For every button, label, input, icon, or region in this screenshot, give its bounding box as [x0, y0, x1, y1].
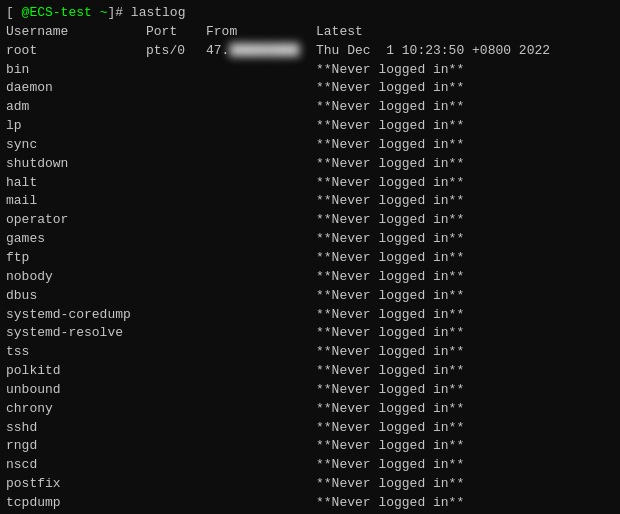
- header-latest: Latest: [316, 23, 614, 42]
- cell-username: games: [6, 230, 146, 249]
- table-row: nscd**Never logged in**: [6, 456, 614, 475]
- cell-latest: **Never logged in**: [316, 287, 614, 306]
- cell-username: bin: [6, 61, 146, 80]
- cell-port: [146, 456, 206, 475]
- cell-username: daemon: [6, 79, 146, 98]
- cell-latest: **Never logged in**: [316, 249, 614, 268]
- cell-latest: **Never logged in**: [316, 324, 614, 343]
- table-row: operator**Never logged in**: [6, 211, 614, 230]
- table-row: nobody**Never logged in**: [6, 268, 614, 287]
- cell-latest: **Never logged in**: [316, 192, 614, 211]
- cell-username: systemd-coredump: [6, 306, 146, 325]
- table-row: chrony**Never logged in**: [6, 400, 614, 419]
- cell-from: [206, 306, 316, 325]
- cell-from: [206, 117, 316, 136]
- table-row: tss**Never logged in**: [6, 343, 614, 362]
- cell-port: [146, 400, 206, 419]
- cell-port: [146, 306, 206, 325]
- cell-port: [146, 230, 206, 249]
- table-row: bin**Never logged in**: [6, 61, 614, 80]
- cell-port: [146, 174, 206, 193]
- cell-port: [146, 381, 206, 400]
- cell-latest: **Never logged in**: [316, 306, 614, 325]
- header-from: From: [206, 23, 316, 42]
- bracket-open: [: [6, 5, 14, 20]
- cell-from: 47.█████████: [206, 42, 316, 61]
- cell-latest: **Never logged in**: [316, 400, 614, 419]
- cell-username: ftp: [6, 249, 146, 268]
- cell-username: tcpdump: [6, 494, 146, 513]
- terminal-window: [ @ECS-test ~]# lastlog Username Port Fr…: [0, 0, 620, 514]
- cell-port: [146, 324, 206, 343]
- cell-username: root: [6, 42, 146, 61]
- cell-from: [206, 324, 316, 343]
- cell-from: [206, 211, 316, 230]
- cell-from: [206, 343, 316, 362]
- log-table: Username Port From Latest rootpts/047.██…: [6, 23, 614, 514]
- table-row: rootpts/047.█████████Thu Dec 1 10:23:50 …: [6, 42, 614, 61]
- cell-port: [146, 362, 206, 381]
- header-port: Port: [146, 23, 206, 42]
- table-row: shutdown**Never logged in**: [6, 155, 614, 174]
- table-row: systemd-coredump**Never logged in**: [6, 306, 614, 325]
- cell-from: [206, 287, 316, 306]
- cell-port: pts/0: [146, 42, 206, 61]
- cell-username: rngd: [6, 437, 146, 456]
- cell-latest: **Never logged in**: [316, 419, 614, 438]
- cell-port: [146, 155, 206, 174]
- cell-from: [206, 419, 316, 438]
- prompt-symbol: #: [115, 5, 131, 20]
- cell-latest: **Never logged in**: [316, 475, 614, 494]
- cell-from: [206, 437, 316, 456]
- table-row: adm**Never logged in**: [6, 98, 614, 117]
- cell-latest: **Never logged in**: [316, 437, 614, 456]
- cell-username: sync: [6, 136, 146, 155]
- cell-port: [146, 211, 206, 230]
- table-row: dbus**Never logged in**: [6, 287, 614, 306]
- table-row: ftp**Never logged in**: [6, 249, 614, 268]
- prompt-user: @ECS-test ~: [14, 5, 108, 20]
- cell-port: [146, 98, 206, 117]
- cell-latest: **Never logged in**: [316, 230, 614, 249]
- cell-username: postfix: [6, 475, 146, 494]
- cell-username: adm: [6, 98, 146, 117]
- cell-username: mail: [6, 192, 146, 211]
- table-row: systemd-resolve**Never logged in**: [6, 324, 614, 343]
- cell-username: polkitd: [6, 362, 146, 381]
- cell-latest: **Never logged in**: [316, 211, 614, 230]
- cell-username: operator: [6, 211, 146, 230]
- prompt-command: lastlog: [131, 5, 186, 20]
- cell-port: [146, 437, 206, 456]
- cell-from: [206, 174, 316, 193]
- cell-from: [206, 268, 316, 287]
- cell-latest: **Never logged in**: [316, 174, 614, 193]
- cell-port: [146, 79, 206, 98]
- cell-latest: **Never logged in**: [316, 61, 614, 80]
- cell-username: systemd-resolve: [6, 324, 146, 343]
- cell-latest: **Never logged in**: [316, 381, 614, 400]
- header-username: Username: [6, 23, 146, 42]
- cell-from: [206, 362, 316, 381]
- cell-from: [206, 155, 316, 174]
- cell-from: [206, 136, 316, 155]
- cell-port: [146, 475, 206, 494]
- cell-port: [146, 287, 206, 306]
- cell-from: [206, 494, 316, 513]
- cell-username: chrony: [6, 400, 146, 419]
- cell-from: [206, 249, 316, 268]
- cell-latest: **Never logged in**: [316, 155, 614, 174]
- cell-latest: **Never logged in**: [316, 362, 614, 381]
- cell-port: [146, 494, 206, 513]
- cell-username: nscd: [6, 456, 146, 475]
- cell-from: [206, 381, 316, 400]
- table-row: sync**Never logged in**: [6, 136, 614, 155]
- cell-latest: **Never logged in**: [316, 79, 614, 98]
- cell-username: shutdown: [6, 155, 146, 174]
- cell-from: [206, 98, 316, 117]
- table-row: sshd**Never logged in**: [6, 419, 614, 438]
- cell-username: nobody: [6, 268, 146, 287]
- cell-port: [146, 117, 206, 136]
- table-row: rngd**Never logged in**: [6, 437, 614, 456]
- cell-username: unbound: [6, 381, 146, 400]
- cell-port: [146, 136, 206, 155]
